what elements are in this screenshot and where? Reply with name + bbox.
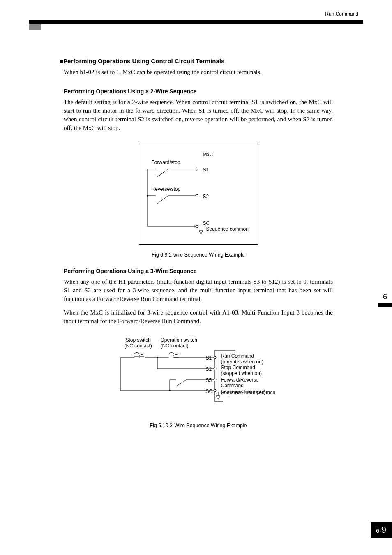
- label-s5: S5: [206, 377, 212, 383]
- diagram-2wire: MxC Forward/stop Reverse/stop S1 S2 SC S…: [139, 144, 258, 245]
- chapter-tab-bar: [378, 303, 392, 307]
- svg-line-2: [157, 169, 168, 177]
- svg-marker-40: [216, 396, 220, 399]
- svg-line-7: [157, 196, 168, 204]
- label-stop-line2: (stopped when on): [221, 370, 262, 376]
- label-sc: SC: [203, 220, 210, 226]
- label-fr-line1: Forward/Reverse Command: [221, 377, 281, 389]
- label-s1: S1: [203, 167, 209, 173]
- three-wire-body-1: When any one of the H1 parameters (multi…: [64, 278, 333, 303]
- section-title-text: Performing Operations Using Control Circ…: [63, 58, 224, 65]
- svg-point-31: [214, 379, 216, 381]
- svg-point-17: [214, 356, 216, 359]
- page-prefix: 6-: [376, 527, 381, 534]
- label-forward-stop: Forward/stop: [152, 160, 180, 165]
- label-sc: SC: [206, 388, 213, 394]
- svg-point-0: [196, 168, 198, 170]
- label-run-command: Run Command (operates when on): [221, 353, 263, 365]
- svg-point-5: [196, 194, 198, 197]
- label-mxc: MxC: [203, 152, 213, 157]
- label-s1: S1: [206, 355, 212, 361]
- chapter-tab: 6: [378, 293, 392, 307]
- three-wire-heading: Performing Operations Using a 3-Wire Seq…: [64, 268, 333, 274]
- two-wire-heading: Performing Operations Using a 2-Wire Seq…: [64, 88, 333, 95]
- svg-line-33: [177, 380, 186, 386]
- label-run-line1: Run Command: [221, 353, 263, 359]
- svg-marker-13: [199, 231, 203, 234]
- label-run-line2: (operates when on): [221, 359, 263, 365]
- page-content: ■Performing Operations Using Control Cir…: [64, 58, 333, 432]
- label-seq-input-common: Sequence input common: [221, 390, 276, 395]
- bullet-icon: ■: [60, 58, 63, 65]
- chapter-number: 6: [378, 293, 392, 303]
- header-breadcrumb: Run Command: [325, 11, 358, 17]
- label-reverse-stop: Reverse/stop: [152, 186, 181, 192]
- svg-point-10: [196, 225, 198, 228]
- label-stop-switch-line1: Stop switch: [125, 337, 152, 343]
- two-wire-body: The default setting is for a 2-wire sequ…: [64, 98, 333, 132]
- header-bar: [29, 20, 363, 24]
- svg-point-27: [214, 368, 216, 370]
- svg-point-30: [157, 357, 158, 358]
- label-operation-switch-line1: Operation switch: [161, 337, 197, 343]
- label-operation-switch-line2: (NO contact): [161, 343, 197, 349]
- figure-2wire: MxC Forward/stop Reverse/stop S1 S2 SC S…: [64, 144, 333, 258]
- diagram-3wire: Stop switch (NC contact) Operation switc…: [116, 337, 281, 415]
- header-accent: [29, 24, 41, 30]
- label-sequence-common: Sequence common: [206, 226, 249, 232]
- page-number-tab: 6-9: [371, 522, 392, 538]
- label-operation-switch: Operation switch (NO contact): [161, 337, 197, 349]
- figure-2wire-caption: Fig 6.9 2-wire Sequence Wiring Example: [64, 252, 333, 258]
- svg-point-9: [147, 195, 148, 197]
- label-stop-command: Stop Command (stopped when on): [221, 365, 262, 377]
- label-stop-line1: Stop Command: [221, 365, 262, 370]
- page-number: 9: [381, 525, 386, 535]
- label-s2: S2: [203, 194, 209, 199]
- label-stop-switch-line2: (NC contact): [125, 343, 152, 349]
- svg-point-37: [214, 389, 216, 392]
- section-heading: ■Performing Operations Using Control Cir…: [60, 58, 333, 65]
- label-stop-switch: Stop switch (NC contact): [125, 337, 152, 349]
- figure-3wire-caption: Fig 6.10 3-Wire Sequence Wiring Example: [64, 423, 333, 428]
- label-s2: S2: [206, 366, 212, 372]
- section-intro: When b1-02 is set to 1, MxC can be opera…: [64, 69, 333, 76]
- three-wire-body-2: When the MxC is initialized for 3-wire s…: [64, 308, 333, 326]
- figure-3wire: Stop switch (NC contact) Operation switc…: [64, 337, 333, 428]
